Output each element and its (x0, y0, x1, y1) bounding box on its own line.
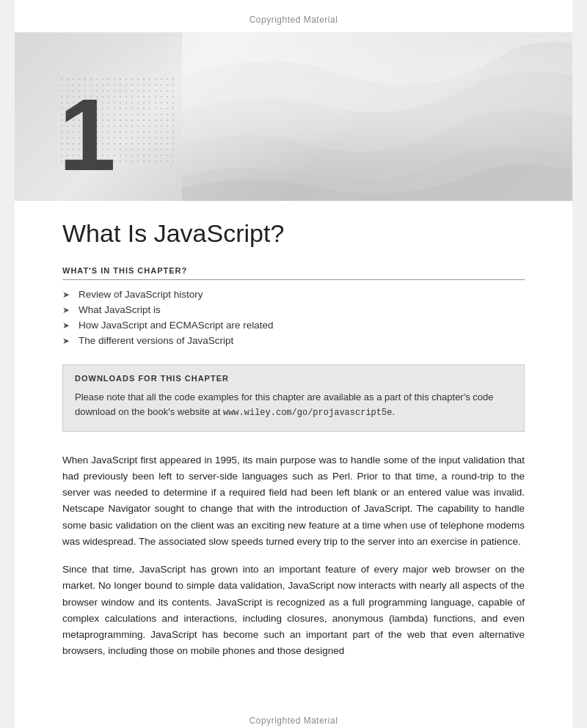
wave-decoration (182, 32, 572, 201)
chapter-topics-list: ➤ Review of JavaScript history ➤ What Ja… (62, 289, 525, 346)
list-item: ➤ What JavaScript is (62, 304, 525, 315)
bullet-arrow-icon: ➤ (62, 336, 70, 346)
bullet-arrow-icon: ➤ (62, 290, 70, 300)
list-item: ➤ Review of JavaScript history (62, 289, 525, 300)
whats-in-chapter-box: WHAT'S IN THIS CHAPTER? ➤ Review of Java… (62, 266, 525, 346)
body-paragraph-2: Since that time, JavaScript has grown in… (62, 562, 525, 660)
list-item: ➤ The different versions of JavaScript (62, 335, 525, 346)
downloads-box: DOWNLOADS FOR THIS CHAPTER Please note t… (62, 364, 525, 432)
copyright-top-label: Copyrighted Material (15, 0, 572, 32)
page: Copyrighted Material (15, 0, 572, 728)
downloads-header: DOWNLOADS FOR THIS CHAPTER (75, 374, 512, 383)
whats-in-header: WHAT'S IN THIS CHAPTER? (62, 266, 525, 280)
chapter-banner: 1 (15, 32, 572, 201)
copyright-bottom-label: Copyrighted Material (15, 701, 572, 728)
chapter-number: 1 (59, 84, 116, 186)
bullet-arrow-icon: ➤ (62, 320, 70, 331)
body-paragraph-1: When JavaScript first appeared in 1995, … (62, 452, 525, 551)
bullet-arrow-icon: ➤ (62, 305, 70, 315)
downloads-text: Please note that all the code examples f… (75, 390, 512, 419)
list-item: ➤ How JavaScript and ECMAScript are rela… (62, 320, 525, 331)
content-area: What Is JavaScript? WHAT'S IN THIS CHAPT… (15, 201, 572, 701)
chapter-title: What Is JavaScript? (62, 219, 525, 248)
